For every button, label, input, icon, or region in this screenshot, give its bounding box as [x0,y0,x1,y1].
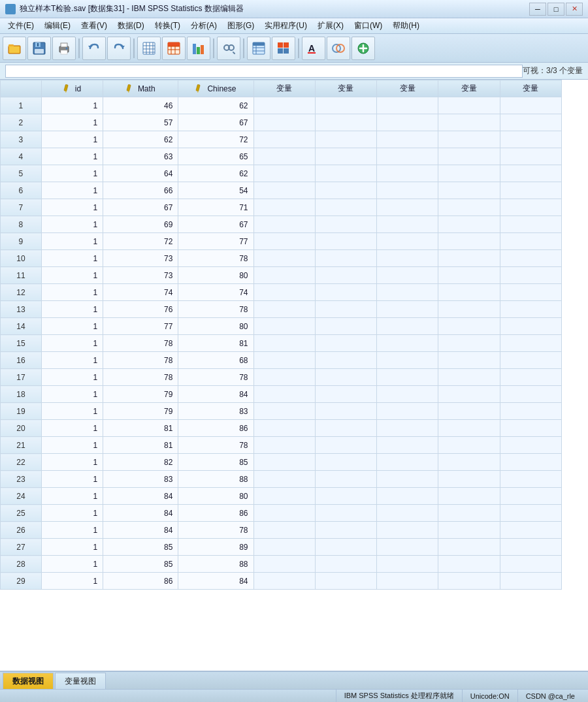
cell-chinese[interactable]: 88 [178,556,253,573]
cell-math[interactable]: 63 [103,148,178,165]
cell-empty[interactable] [438,556,500,573]
cell-id[interactable]: 1 [41,437,103,454]
cell-id[interactable]: 1 [41,471,103,488]
table-row[interactable]: 2218285 [1,454,562,471]
table-row[interactable]: 2418480 [1,488,562,505]
cell-empty[interactable] [315,352,376,369]
cell-empty[interactable] [438,488,500,505]
cell-empty[interactable] [377,233,438,250]
cell-id[interactable]: 1 [41,488,103,505]
cell-chinese[interactable]: 78 [178,369,253,386]
cell-chinese[interactable]: 80 [178,267,253,284]
cell-empty[interactable] [377,114,438,131]
cell-empty[interactable] [253,335,315,352]
cell-empty[interactable] [438,522,500,539]
cell-empty[interactable] [500,522,561,539]
cell-chinese[interactable]: 62 [178,165,253,182]
cell-empty[interactable] [500,420,561,437]
cell-empty[interactable] [377,420,438,437]
cell-empty[interactable] [500,97,561,114]
cell-empty[interactable] [377,352,438,369]
cell-empty[interactable] [438,573,500,590]
table-row[interactable]: 215767 [1,114,562,131]
cell-math[interactable]: 86 [103,573,178,590]
cell-empty[interactable] [500,505,561,522]
cell-empty[interactable] [500,318,561,335]
print-button[interactable] [52,37,76,60]
cell-empty[interactable] [315,420,376,437]
table-row[interactable]: 2718589 [1,539,562,556]
cell-empty[interactable] [377,182,438,199]
cell-empty[interactable] [500,148,561,165]
table-row[interactable]: 1517881 [1,335,562,352]
cell-chinese[interactable]: 85 [178,454,253,471]
col-header-chinese[interactable]: Chinese [178,80,253,97]
cell-id[interactable]: 1 [41,556,103,573]
cell-math[interactable]: 82 [103,454,178,471]
colored-grid-btn[interactable] [272,37,295,60]
cell-chinese[interactable]: 71 [178,199,253,216]
cell-empty[interactable] [377,556,438,573]
cell-empty[interactable] [500,386,561,403]
cell-math[interactable]: 72 [103,233,178,250]
cell-empty[interactable] [500,131,561,148]
cell-empty[interactable] [377,573,438,590]
cell-empty[interactable] [377,454,438,471]
cell-empty[interactable] [438,539,500,556]
cell-empty[interactable] [438,471,500,488]
close-button[interactable]: ✕ [566,3,583,16]
menu-file[interactable]: 文件(E) [3,19,39,33]
cell-math[interactable]: 78 [103,352,178,369]
cell-empty[interactable] [253,216,315,233]
cell-id[interactable]: 1 [41,420,103,437]
table-row[interactable]: 1917983 [1,403,562,420]
cell-empty[interactable] [315,505,376,522]
cell-chinese[interactable]: 84 [178,573,253,590]
cell-empty[interactable] [377,131,438,148]
cell-id[interactable]: 1 [41,369,103,386]
cell-id[interactable]: 1 [41,539,103,556]
cell-empty[interactable] [315,182,376,199]
cell-empty[interactable] [253,386,315,403]
cell-empty[interactable] [377,488,438,505]
cell-math[interactable]: 69 [103,216,178,233]
menu-view[interactable]: 查看(V) [76,19,112,33]
cell-empty[interactable] [377,539,438,556]
menu-utilities[interactable]: 实用程序(U) [259,19,312,33]
cell-empty[interactable] [315,318,376,335]
cell-empty[interactable] [377,97,438,114]
cell-empty[interactable] [315,250,376,267]
cell-empty[interactable] [315,471,376,488]
cell-math[interactable]: 81 [103,420,178,437]
cell-empty[interactable] [438,250,500,267]
cell-empty[interactable] [253,267,315,284]
cell-empty[interactable] [377,216,438,233]
cell-id[interactable]: 1 [41,250,103,267]
cell-empty[interactable] [500,182,561,199]
table-row[interactable]: 716771 [1,199,562,216]
cell-id[interactable]: 1 [41,267,103,284]
table-row[interactable]: 2118178 [1,437,562,454]
table-row[interactable]: 416365 [1,148,562,165]
find-button[interactable] [217,37,240,60]
cell-empty[interactable] [500,165,561,182]
cell-empty[interactable] [438,165,500,182]
minimize-button[interactable]: ─ [529,3,546,16]
cell-empty[interactable] [500,267,561,284]
cell-empty[interactable] [438,97,500,114]
cell-math[interactable]: 85 [103,556,178,573]
cell-empty[interactable] [253,318,315,335]
cell-empty[interactable] [438,301,500,318]
cell-math[interactable]: 74 [103,284,178,301]
table-row[interactable]: 316272 [1,131,562,148]
tab-var-view[interactable]: 变量视图 [55,673,106,689]
cell-empty[interactable] [438,420,500,437]
font-button[interactable]: A [302,37,325,60]
cell-id[interactable]: 1 [41,573,103,590]
cell-empty[interactable] [253,250,315,267]
cell-empty[interactable] [438,114,500,131]
cell-empty[interactable] [315,556,376,573]
cell-empty[interactable] [253,369,315,386]
cell-empty[interactable] [253,471,315,488]
cell-empty[interactable] [253,199,315,216]
